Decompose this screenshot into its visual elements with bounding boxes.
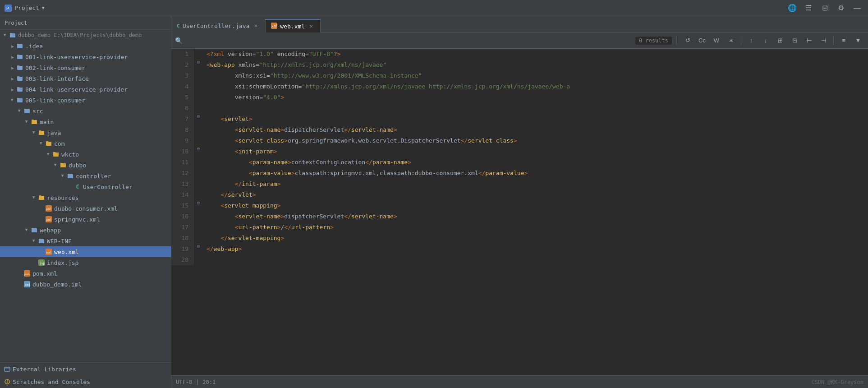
- replace-button[interactable]: ↺: [681, 35, 694, 46]
- line-content[interactable]: </web-app>: [203, 244, 868, 254]
- line-content[interactable]: <servlet>: [203, 114, 868, 125]
- line-content[interactable]: <param-name>contextConfigLocation</param…: [203, 157, 868, 168]
- filter-2[interactable]: ⊢: [803, 35, 815, 46]
- line-content[interactable]: <servlet-name>dispatcherServlet</servlet…: [203, 211, 868, 222]
- tab-close-usercontroller[interactable]: ✕: [252, 22, 259, 29]
- tree-item-icon: [31, 118, 38, 125]
- tree-item[interactable]: ▶src: [0, 106, 171, 116]
- project-label: Project: [14, 5, 39, 11]
- line-content[interactable]: <url-pattern>/</url-pattern>: [203, 222, 868, 233]
- line-content[interactable]: <param-value>classpath:springmvc.xml,cla…: [203, 168, 868, 179]
- code-line: 18 </servlet-mapping>: [171, 233, 868, 244]
- line-content[interactable]: xmlns:xsi="http://www.w3.org/2001/XMLSch…: [203, 70, 868, 81]
- tree-item[interactable]: ▶004-link-userservice-provider: [0, 84, 171, 95]
- search-divider2: [741, 36, 741, 45]
- case-button[interactable]: Cc: [696, 35, 708, 46]
- settings-button[interactable]: ⚙: [835, 2, 847, 14]
- tree-item[interactable]: CUserController: [0, 181, 171, 192]
- line-content[interactable]: <servlet-mapping>: [203, 200, 868, 211]
- scratches-icon: [4, 378, 11, 385]
- line-content[interactable]: </servlet>: [203, 189, 868, 200]
- search-bar: 🔍 0 results ↺ Cc W ∗ ↑ ↓ ⊞ ⊟ ⊢ ⊣ ≡ ▼: [171, 32, 868, 49]
- globe-button[interactable]: 🌐: [786, 2, 799, 14]
- tree-item[interactable]: ▶wkcto: [0, 149, 171, 160]
- minimize-button[interactable]: —: [851, 2, 863, 14]
- tree-item-icon: iml: [23, 281, 31, 288]
- fold-icon[interactable]: ⊖: [197, 244, 200, 249]
- tree-item[interactable]: ▶webapp: [0, 225, 171, 236]
- tree-item[interactable]: ▶resources: [0, 192, 171, 203]
- search-input[interactable]: [185, 37, 633, 44]
- tree-item[interactable]: ▶003-link-interface: [0, 73, 171, 84]
- layout-btn[interactable]: ≡: [837, 35, 850, 46]
- tree-item[interactable]: ▶005-link-consumer: [0, 95, 171, 106]
- line-content[interactable]: <init-param>: [203, 146, 868, 157]
- tree-item[interactable]: ▶002-link-consumer: [0, 62, 171, 73]
- line-number: 10: [171, 146, 194, 157]
- prev-button[interactable]: ↑: [745, 35, 758, 46]
- fold-icon[interactable]: ⊖: [197, 146, 200, 151]
- tree-item-icon: xml: [45, 216, 52, 223]
- status-left: UTF-8 | 20:1: [176, 379, 216, 385]
- fold-icon[interactable]: ⊖: [197, 200, 200, 205]
- tree-item[interactable]: ▶001-link-userservice-provider: [0, 51, 171, 62]
- tree-item[interactable]: ▶java: [0, 127, 171, 138]
- layout-button[interactable]: ☰: [802, 2, 815, 14]
- wrap-button[interactable]: ⊞: [774, 35, 786, 46]
- project-tree[interactable]: ▶dubbo_demo E:\IDEA\Projects\dubbo_demo▶…: [0, 30, 171, 362]
- external-libraries-item[interactable]: External Libraries: [0, 363, 171, 375]
- code-line: 2⊖<web-app xmlns="http://xmlns.jcp.org/x…: [171, 60, 868, 70]
- scratches-item[interactable]: Scratches and Consoles: [0, 375, 171, 388]
- tree-arrow: ▶: [16, 107, 23, 115]
- tree-item-icon: [38, 194, 45, 201]
- status-line-col: 20:1: [202, 379, 216, 385]
- filter-3[interactable]: ⊣: [817, 35, 830, 46]
- tree-item[interactable]: ▶dubbo: [0, 160, 171, 171]
- tree-item[interactable]: ▶.idea: [0, 41, 171, 51]
- line-content[interactable]: <servlet-class>org.springframework.web.s…: [203, 135, 868, 146]
- filter-1[interactable]: ⊟: [788, 35, 801, 46]
- code-editor[interactable]: 1<?xml version="1.0" encoding="UTF-8"?>2…: [171, 49, 868, 375]
- tree-item[interactable]: ▶controller: [0, 171, 171, 181]
- tree-item[interactable]: ▶main: [0, 116, 171, 127]
- tree-item-icon: jsp: [38, 259, 45, 266]
- next-button[interactable]: ↓: [759, 35, 772, 46]
- regex-button[interactable]: ∗: [725, 35, 737, 46]
- line-content[interactable]: version="4.0">: [203, 92, 868, 103]
- filter-btn[interactable]: ▼: [852, 35, 864, 46]
- tree-item[interactable]: xmldubbo-consumer.xml: [0, 203, 171, 214]
- fold-icon[interactable]: ⊖: [197, 60, 200, 65]
- dropdown-icon[interactable]: ▼: [42, 5, 45, 10]
- tree-item[interactable]: ▶dubbo_demo E:\IDEA\Projects\dubbo_demo: [0, 30, 171, 41]
- tab-close-webxml[interactable]: ✕: [308, 23, 315, 30]
- fold-icon[interactable]: ⊖: [197, 114, 200, 119]
- line-number: 16: [171, 211, 194, 222]
- code-line: 3 xmlns:xsi="http://www.w3.org/2001/XMLS…: [171, 70, 868, 81]
- line-content[interactable]: <servlet-name>dispatcherServlet</servlet…: [203, 125, 868, 135]
- search-icon: 🔍: [175, 37, 183, 44]
- tree-arrow: ▶: [38, 140, 45, 147]
- word-button[interactable]: W: [710, 35, 723, 46]
- line-number: 7: [171, 114, 194, 125]
- tree-item[interactable]: pompom.xml: [0, 268, 171, 279]
- split-button[interactable]: ⊟: [818, 2, 831, 14]
- tree-item[interactable]: xmlweb.xml: [0, 246, 171, 257]
- tree-item[interactable]: imldubbo_demo.iml: [0, 279, 171, 290]
- sidebar-header: Project: [0, 16, 171, 30]
- line-content[interactable]: </init-param>: [203, 179, 868, 189]
- line-number: 5: [171, 92, 194, 103]
- tab-usercontroller[interactable]: C UserController.java ✕: [171, 19, 265, 32]
- tree-item-label: dubbo-consumer.xml: [54, 205, 118, 212]
- tree-item-label: 004-link-userservice-provider: [25, 86, 128, 93]
- tree-item[interactable]: ▶WEB-INF: [0, 236, 171, 246]
- line-content[interactable]: </servlet-mapping>: [203, 233, 868, 244]
- tree-item[interactable]: jspindex.jsp: [0, 257, 171, 268]
- line-content[interactable]: <?xml version="1.0" encoding="UTF-8"?>: [203, 49, 868, 60]
- tab-webxml[interactable]: xml web.xml ✕: [265, 19, 321, 32]
- tree-item-label: src: [32, 108, 43, 115]
- tree-item[interactable]: ▶com: [0, 138, 171, 149]
- tree-item-icon: [23, 107, 31, 115]
- line-content[interactable]: <web-app xmlns="http://xmlns.jcp.org/xml…: [203, 60, 868, 70]
- tree-item[interactable]: xmlspringmvc.xml: [0, 214, 171, 225]
- line-content[interactable]: xsi:schemaLocation="http://xmlns.jcp.org…: [203, 81, 868, 92]
